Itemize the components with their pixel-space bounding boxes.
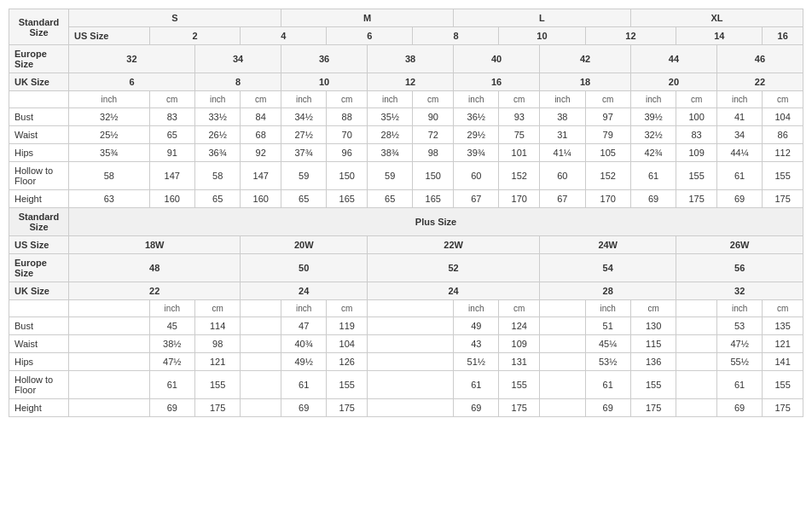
measurement-cell: 160: [149, 190, 194, 208]
std-size-label-2: Standard Size: [9, 208, 69, 236]
unit-inch: inch: [194, 91, 240, 108]
measurement-cell: 88: [327, 108, 368, 126]
us-4: 4: [241, 27, 327, 45]
uk-20: 20: [630, 73, 716, 91]
plus-cm: 155: [630, 371, 676, 399]
measurement-cell: 155: [763, 162, 803, 190]
uk-18: 18: [540, 73, 631, 91]
plus-unit-pad: [676, 300, 717, 317]
plus-unit-cm: cm: [630, 300, 676, 317]
measurement-cell: 65: [368, 190, 413, 208]
plus-cm: 155: [194, 371, 240, 399]
unit-inch: inch: [630, 91, 676, 108]
measurement-cell: 65: [194, 190, 240, 208]
table-row: Bust4511447119491245113053135: [9, 317, 803, 335]
std-size-label: StandardSize: [9, 9, 69, 45]
eu-46: 46: [716, 45, 803, 73]
measurement-cell: 60: [454, 162, 499, 190]
measurement-cell: 100: [676, 108, 717, 126]
measurement-cell: 101: [499, 144, 540, 162]
plus-us-22W: 22W: [368, 236, 540, 254]
plus-us-26W: 26W: [676, 236, 803, 254]
unit-inch: inch: [540, 91, 585, 108]
plus-cm: 175: [630, 399, 676, 417]
table-row: Height6917569175691756917569175: [9, 399, 803, 417]
measurement-cell: 31: [540, 126, 585, 144]
plus-cm: 141: [763, 353, 803, 371]
plus-inch: 69: [585, 399, 630, 417]
plus-cm: 124: [499, 317, 540, 335]
plus-pad: [69, 317, 150, 335]
measurement-cell: 37¾: [281, 144, 327, 162]
measurement-cell: 104: [763, 108, 803, 126]
measurement-cell: 75: [499, 126, 540, 144]
plus-pad: [676, 399, 717, 417]
plus-cm: 175: [327, 399, 368, 417]
measurement-cell: 34½: [281, 108, 327, 126]
plus-inch: 53: [716, 317, 762, 335]
measurement-cell: 36¾: [194, 144, 240, 162]
plus-inch: 38½: [149, 335, 194, 353]
eu-44: 44: [630, 45, 716, 73]
plus-inch: 61: [281, 371, 327, 399]
plus-pad: [69, 353, 150, 371]
plus-cm: 109: [499, 335, 540, 353]
measurement-cell: 25½: [69, 126, 150, 144]
measurement-cell: 170: [585, 190, 630, 208]
plus-inch: 61: [716, 371, 762, 399]
us-6: 6: [327, 27, 413, 45]
plus-inch: 55½: [716, 353, 762, 371]
measurement-cell: 109: [676, 144, 717, 162]
measurement-cell: 58: [69, 162, 150, 190]
plus-uk-24: 24: [368, 282, 540, 300]
measurement-cell: 91: [149, 144, 194, 162]
plus-unit-inch: inch: [454, 300, 499, 317]
uk-22: 22: [716, 73, 803, 91]
plus-uk-header: UK Size: [9, 282, 69, 300]
eu-32: 32: [69, 45, 195, 73]
plus-pad: [241, 317, 281, 335]
eu-34: 34: [194, 45, 281, 73]
plus-eu-48: 48: [69, 254, 241, 282]
plus-us-20W: 20W: [241, 236, 368, 254]
plus-inch: 69: [281, 399, 327, 417]
plus-unit-cm: cm: [194, 300, 240, 317]
uk-6: 6: [69, 73, 195, 91]
table-row: Waist25½6526½6827½7028½7229½75317932½833…: [9, 126, 803, 144]
measurement-cell: 65: [281, 190, 327, 208]
plus-unit-cm: cm: [327, 300, 368, 317]
plus-cm: 98: [194, 335, 240, 353]
us-size-header: US Size: [69, 27, 150, 45]
unit-cm: cm: [149, 91, 194, 108]
plus-label-waist: Waist: [9, 335, 69, 353]
table-row: US Size18W20W22W24W26W: [9, 236, 803, 254]
us-12: 12: [585, 27, 676, 45]
plus-unit-inch: inch: [716, 300, 762, 317]
measurement-cell: 39½: [630, 108, 676, 126]
plus-cm: 119: [327, 317, 368, 335]
plus-inch: 69: [454, 399, 499, 417]
plus-us-header: US Size: [9, 236, 69, 254]
measurement-cell: 69: [716, 190, 762, 208]
plus-pad: [540, 335, 585, 353]
plus-inch: 40¾: [281, 335, 327, 353]
plus-eu-header: Europe Size: [9, 254, 69, 282]
plus-label-height: Height: [9, 399, 69, 417]
plus-us-24W: 24W: [540, 236, 676, 254]
uk-12: 12: [368, 73, 454, 91]
label-height: Height: [9, 190, 69, 208]
table-row: UK Size68101216182022: [9, 73, 803, 91]
plus-cm: 115: [630, 335, 676, 353]
table-row: inchcminchcminchcminchcminchcminchcminch…: [9, 91, 803, 108]
plus-cm: 175: [194, 399, 240, 417]
plus-inch: 47½: [149, 353, 194, 371]
measurement-cell: 84: [241, 108, 281, 126]
eu-42: 42: [540, 45, 631, 73]
measurement-cell: 28½: [368, 126, 413, 144]
label-hips: Hips: [9, 144, 69, 162]
plus-eu-54: 54: [540, 254, 676, 282]
plus-unit-pad: [69, 300, 150, 317]
measurement-cell: 39¾: [454, 144, 499, 162]
measurement-cell: 38¾: [368, 144, 413, 162]
measurement-cell: 26½: [194, 126, 240, 144]
